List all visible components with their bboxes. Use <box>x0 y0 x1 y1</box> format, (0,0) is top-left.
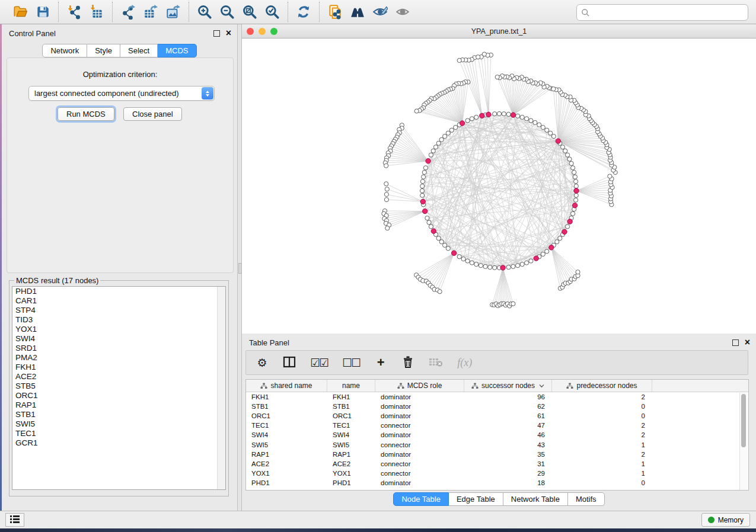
mcds-result-item[interactable]: SRD1 <box>12 344 225 353</box>
table-row[interactable]: FKH1FKH1dominator962 <box>246 392 748 402</box>
cell-successor-nodes[interactable]: 31 <box>464 460 552 467</box>
mcds-dominator-node[interactable] <box>423 209 428 213</box>
cell-shared-name[interactable]: YOX1 <box>246 470 327 477</box>
table-row[interactable]: SWI5SWI5connector431 <box>246 440 748 449</box>
mcds-dominator-node[interactable] <box>451 251 456 255</box>
cell-successor-nodes[interactable]: 43 <box>464 441 552 448</box>
network-window-titlebar[interactable]: YPA_prune.txt_1 <box>242 24 756 39</box>
zoom-selected-button[interactable] <box>262 2 282 21</box>
table-row[interactable]: ACE2ACE2connector311 <box>246 459 748 469</box>
cell-predecessor-nodes[interactable]: 1 <box>552 470 652 477</box>
cell-name[interactable]: FKH1 <box>327 393 375 400</box>
mcds-dominator-node[interactable] <box>460 121 464 126</box>
mcds-result-item[interactable]: STP4 <box>12 306 225 315</box>
run-mcds-button[interactable]: Run MCDS <box>58 107 114 121</box>
table-row[interactable]: RAP1RAP1dominator352 <box>246 450 748 459</box>
zoom-in-button[interactable] <box>194 2 215 21</box>
cell-shared-name[interactable]: ACE2 <box>246 460 327 467</box>
mcds-result-item[interactable]: FKH1 <box>12 363 225 372</box>
mcds-result-item[interactable]: TID3 <box>12 315 225 325</box>
close-panel-button[interactable]: Close panel <box>123 107 182 121</box>
mcds-result-item[interactable]: SWI5 <box>12 419 225 429</box>
mcds-result-item[interactable]: GCR1 <box>12 438 225 448</box>
delete-table-button[interactable] <box>429 355 443 370</box>
mcds-result-item[interactable]: CAR1 <box>12 296 225 306</box>
table-row[interactable]: SWI4SWI4dominator462 <box>246 430 748 440</box>
mcds-dominator-node[interactable] <box>534 256 538 261</box>
cell-successor-nodes[interactable]: 18 <box>464 479 552 486</box>
mcds-result-item[interactable]: TEC1 <box>12 429 225 438</box>
cell-successor-nodes[interactable]: 61 <box>464 412 552 419</box>
cell-predecessor-nodes[interactable]: 0 <box>552 403 652 410</box>
mcds-result-item[interactable]: ACE2 <box>12 372 225 382</box>
cell-shared-name[interactable]: PHD1 <box>246 479 327 486</box>
tab-select[interactable]: Select <box>120 44 158 57</box>
cell-predecessor-nodes[interactable]: 0 <box>552 412 652 419</box>
tab-network-table[interactable]: Network Table <box>503 492 568 506</box>
tab-node-table[interactable]: Node Table <box>393 492 449 506</box>
cell-MCDS-role[interactable]: dominator <box>375 431 464 438</box>
mcds-dominator-node[interactable] <box>572 203 577 208</box>
cell-MCDS-role[interactable]: dominator <box>375 403 464 410</box>
tab-motifs[interactable]: Motifs <box>568 492 605 506</box>
cell-successor-nodes[interactable]: 35 <box>464 451 552 458</box>
column-header-name[interactable]: name <box>327 380 375 392</box>
cell-name[interactable]: ORC1 <box>327 412 375 419</box>
cell-MCDS-role[interactable]: connector <box>375 441 464 448</box>
table-row[interactable]: YOX1YOX1connector291 <box>246 469 748 478</box>
import-network-button[interactable] <box>64 2 84 21</box>
column-selector-button[interactable] <box>283 355 296 370</box>
eye-button[interactable] <box>393 2 413 21</box>
cell-shared-name[interactable]: FKH1 <box>246 393 327 400</box>
mcds-result-item[interactable]: ORC1 <box>12 391 225 400</box>
export-image-button[interactable] <box>163 2 183 21</box>
column-header-predecessor-nodes[interactable]: predecessor nodes <box>552 380 652 392</box>
cell-name[interactable]: PHD1 <box>327 479 375 486</box>
cell-MCDS-role[interactable]: dominator <box>375 479 464 486</box>
cell-successor-nodes[interactable]: 62 <box>464 403 552 410</box>
table-row[interactable]: TEC1TEC1connector472 <box>246 421 748 430</box>
search-box[interactable] <box>576 4 748 21</box>
cell-MCDS-role[interactable]: connector <box>375 422 464 429</box>
cell-successor-nodes[interactable]: 96 <box>464 393 552 400</box>
cell-predecessor-nodes[interactable]: 2 <box>552 451 652 458</box>
mcds-result-item[interactable]: PMA2 <box>12 353 225 363</box>
network-canvas[interactable] <box>242 39 756 334</box>
column-header-MCDS-role[interactable]: MCDS role <box>375 380 464 392</box>
export-network-button[interactable] <box>118 2 138 21</box>
table-row[interactable]: PHD1PHD1dominator180 <box>246 478 748 488</box>
save-button[interactable] <box>33 2 53 21</box>
status-menu-button[interactable] <box>5 513 24 527</box>
deselect-all-button[interactable]: ☐☐ <box>342 355 360 370</box>
cell-predecessor-nodes[interactable]: 2 <box>552 393 652 400</box>
function-builder-button[interactable]: f(x) <box>457 355 472 370</box>
cell-MCDS-role[interactable]: dominator <box>375 412 464 419</box>
mcds-dominator-node[interactable] <box>549 245 554 250</box>
cell-name[interactable]: SWI5 <box>327 441 375 448</box>
cell-shared-name[interactable]: STB1 <box>246 403 327 410</box>
column-header-shared-name[interactable]: shared name <box>246 380 327 392</box>
open-button[interactable] <box>10 2 30 21</box>
cell-predecessor-nodes[interactable]: 0 <box>552 479 652 486</box>
mcds-dominator-node[interactable] <box>420 199 425 204</box>
cell-name[interactable]: YOX1 <box>327 470 375 477</box>
mcds-dominator-node[interactable] <box>500 265 505 270</box>
table-row[interactable]: STB1STB1dominator620 <box>246 402 748 411</box>
mcds-result-item[interactable]: STB5 <box>12 382 225 391</box>
mcds-dominator-node[interactable] <box>562 229 567 234</box>
search-input[interactable] <box>592 8 748 18</box>
mcds-dominator-node[interactable] <box>511 113 515 117</box>
eye-marked-button[interactable] <box>370 2 390 21</box>
mcds-result-item[interactable]: SWI4 <box>12 334 225 344</box>
cell-name[interactable]: ACE2 <box>327 460 375 467</box>
mcds-dominator-node[interactable] <box>556 139 560 143</box>
close-table-panel-icon[interactable]: × <box>745 339 750 345</box>
gear-button[interactable]: ⚙ <box>256 355 269 370</box>
cell-successor-nodes[interactable]: 29 <box>464 470 552 477</box>
cell-shared-name[interactable]: RAP1 <box>246 451 327 458</box>
zoom-fit-button[interactable] <box>240 2 260 21</box>
binoculars-button[interactable] <box>347 2 368 21</box>
cell-predecessor-nodes[interactable]: 2 <box>552 422 652 429</box>
share-document-button[interactable] <box>325 2 345 21</box>
select-all-button[interactable]: ☑☑ <box>310 355 328 370</box>
